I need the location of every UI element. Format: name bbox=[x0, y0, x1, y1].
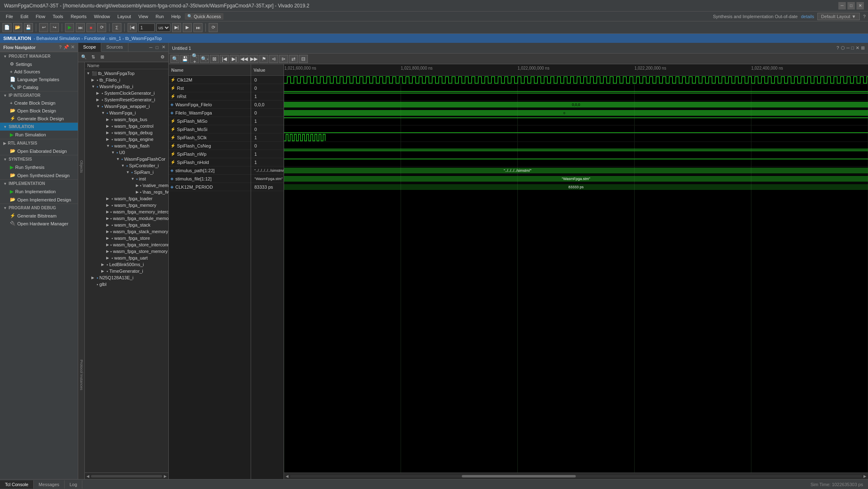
new-button[interactable]: 📄 bbox=[2, 23, 12, 32]
signal-row-clk12m-period[interactable]: ◈ CLK12M_PERIOD bbox=[169, 183, 251, 191]
maximize-button[interactable]: □ bbox=[847, 2, 855, 9]
tree-item-wasmfpga-i[interactable]: ▼ ▪ WasmFpga_i bbox=[85, 110, 168, 116]
nav-item-open-elaborated[interactable]: 📂 Open Elaborated Design bbox=[0, 147, 78, 155]
wave-next-cursor-btn[interactable]: ▶▶ bbox=[249, 55, 258, 63]
nav-section-ip-integrator[interactable]: ▼ IP INTEGRATOR bbox=[0, 91, 78, 99]
save-button[interactable]: 💾 bbox=[24, 23, 33, 32]
time-unit-select[interactable]: us ns ps bbox=[156, 23, 170, 32]
wave-search-btn[interactable]: 🔍 bbox=[170, 55, 179, 63]
step-button[interactable]: ⏭ bbox=[76, 23, 85, 32]
wave-expand-icon[interactable]: ⊞ bbox=[861, 45, 865, 51]
next-marker-button[interactable]: ▶ bbox=[183, 23, 192, 32]
sigma-button[interactable]: Σ bbox=[112, 23, 121, 32]
tree-item-bus[interactable]: ▶ ▪ wasm_fpga_bus bbox=[85, 116, 168, 123]
menu-layout[interactable]: Layout bbox=[114, 13, 134, 20]
help-icon[interactable]: ? bbox=[863, 14, 866, 19]
signal-row-fileio-wasmfpga[interactable]: ◈ FileIo_WasmFpga bbox=[169, 109, 251, 117]
tree-item-u0[interactable]: ▼ ▪ U0 bbox=[85, 149, 168, 156]
wave-help-icon[interactable]: ? bbox=[836, 45, 839, 51]
tree-item-spicontroller[interactable]: ▼ ▪ SpiController_i bbox=[85, 162, 168, 169]
tree-item-tb-filelo[interactable]: ▶ ▪ tb_FileIo_i bbox=[85, 77, 168, 83]
menu-tools[interactable]: Tools bbox=[49, 13, 67, 20]
time-input[interactable] bbox=[138, 23, 155, 32]
tree-item-memory[interactable]: ▶ ▪ wasm_fpga_memory bbox=[85, 202, 168, 208]
prev-marker-button[interactable]: |◀ bbox=[128, 23, 137, 32]
wave-scroll-thumb[interactable] bbox=[462, 475, 576, 477]
wave-zoom-out-btn[interactable]: 🔍- bbox=[200, 55, 209, 63]
settings-tool-btn[interactable]: ⚙ bbox=[158, 53, 167, 61]
redo-button[interactable]: ↪ bbox=[50, 23, 59, 32]
tree-item-timegenerator[interactable]: ▶ ▪ TimeGenerator_i bbox=[85, 268, 168, 274]
tree-item-memory-interco[interactable]: ▶ ▪ wasm_fpga_memory_interco bbox=[85, 208, 168, 215]
tab-sources[interactable]: Sources bbox=[101, 43, 128, 51]
wave-close-icon[interactable]: ✕ bbox=[856, 45, 859, 51]
nav-item-add-sources[interactable]: + Add Sources bbox=[0, 68, 78, 75]
tree-item-module-memory[interactable]: ▶ ▪ wasm_fpga_module_memory bbox=[85, 215, 168, 222]
nav-item-generate-block-design[interactable]: ⚡ Generate Block Design bbox=[0, 115, 78, 122]
refresh-button[interactable]: ⟳ bbox=[209, 23, 218, 32]
menu-edit[interactable]: Edit bbox=[17, 13, 32, 20]
nav-section-project-manager[interactable]: ▼ PROJECT MANAGER bbox=[0, 52, 78, 60]
wave-max-icon[interactable]: □ bbox=[851, 45, 854, 51]
scroll-right-icon[interactable]: ▶ bbox=[164, 474, 167, 478]
wave-next-edge-btn[interactable]: ▶| bbox=[230, 55, 239, 63]
nav-item-open-hw-manager[interactable]: 🔌 Open Hardware Manager bbox=[0, 220, 78, 227]
tree-item-store-memory[interactable]: ▶ ▪ wasm_fpga_store_memory bbox=[85, 248, 168, 255]
nav-item-run-simulation[interactable]: ▶ Run Simulation bbox=[0, 131, 78, 139]
signal-row-spisclk[interactable]: ⚡ SpiFlash_SClk bbox=[169, 133, 251, 142]
tree-item-loader[interactable]: ▶ ▪ wasm_fpga_loader bbox=[85, 195, 168, 202]
nav-item-open-synthesized[interactable]: 📂 Open Synthesized Design bbox=[0, 171, 78, 179]
nav-item-open-implemented[interactable]: 📂 Open Implemented Design bbox=[0, 196, 78, 204]
tab-messages[interactable]: Messages bbox=[34, 480, 65, 489]
menu-run[interactable]: Run bbox=[152, 13, 167, 20]
tree-item-debug[interactable]: ▶ ▪ wasm_fpga_debug bbox=[85, 129, 168, 136]
close-button[interactable]: ✕ bbox=[856, 2, 864, 9]
wave-scroll-right-icon[interactable]: ▶ bbox=[863, 474, 866, 478]
nav-item-open-block-design[interactable]: 📂 Open Block Design bbox=[0, 107, 78, 115]
panel-close-btn[interactable]: ✕ bbox=[161, 44, 167, 51]
tree-item-uart[interactable]: ▶ ▪ wasm_fpga_uart bbox=[85, 255, 168, 261]
tree-item-store-interconn[interactable]: ▶ ▪ wasm_fpga_store_interconn bbox=[85, 241, 168, 248]
nav-section-synthesis[interactable]: ▼ SYNTHESIS bbox=[0, 155, 78, 163]
undo-button[interactable]: ↩ bbox=[39, 23, 48, 32]
tree-item-stack[interactable]: ▶ ▪ wasm_fpga_stack bbox=[85, 222, 168, 228]
wave-prev-cursor-btn[interactable]: ◀◀ bbox=[240, 55, 249, 63]
open-button[interactable]: 📂 bbox=[13, 23, 22, 32]
tree-item-stack-memory[interactable]: ▶ ▪ wasm_fpga_stack_memory bbox=[85, 228, 168, 235]
signal-row-stimulus-path[interactable]: ◈ stimulus_path[1:22] bbox=[169, 166, 251, 175]
wave-prev-edge-btn[interactable]: |◀ bbox=[220, 55, 229, 63]
nav-item-settings[interactable]: ⚙ Settings bbox=[0, 60, 78, 68]
tree-item-native-mem[interactable]: ▶ ▪ \native_mem bbox=[85, 182, 168, 189]
signal-row-spimosi[interactable]: ⚡ SpiFlash_MoSi bbox=[169, 125, 251, 133]
signal-row-rst[interactable]: ⚡ Rst bbox=[169, 84, 251, 92]
tree-item-inst[interactable]: ▼ ▪ inst bbox=[85, 175, 168, 182]
run-for-button[interactable]: ▶| bbox=[172, 23, 181, 32]
panel-minimize-btn[interactable]: ─ bbox=[148, 44, 154, 51]
tree-item-systemreset[interactable]: ▶ ▪ SystemResetGenerator_i bbox=[85, 96, 168, 103]
tree-item-systemclock[interactable]: ▶ ▪ SystemClockGenerator_i bbox=[85, 90, 168, 96]
nav-item-language-templates[interactable]: 📄 Language Templates bbox=[0, 75, 78, 83]
signal-row-spimiso[interactable]: ⚡ SpiFlash_MiSo bbox=[169, 117, 251, 125]
tree-item-n25q128[interactable]: ▶ ▪ N25Q128A13E_i bbox=[85, 274, 168, 281]
wave-hscrollbar[interactable]: ◀ ▶ bbox=[284, 473, 868, 479]
wave-float-icon[interactable]: ⬡ bbox=[841, 45, 845, 51]
tree-item-flash[interactable]: ▼ ▪ wasm_fpga_flash bbox=[85, 143, 168, 149]
expand-tool-btn[interactable]: ⊞ bbox=[98, 53, 106, 61]
wave-scroll-left-icon[interactable]: ◀ bbox=[286, 474, 289, 478]
wave-scroll-track[interactable] bbox=[290, 475, 862, 477]
tree-item-wasmfpgaflashcor[interactable]: ▼ ▪ WasmFpgaFlashCor bbox=[85, 156, 168, 162]
nav-item-run-synthesis[interactable]: ▶ Run Synthesis bbox=[0, 163, 78, 171]
nav-section-implementation[interactable]: ▼ IMPLEMENTATION bbox=[0, 179, 78, 187]
scroll-thumb[interactable] bbox=[91, 475, 162, 477]
tree-item-engine[interactable]: ▶ ▪ wasm_fpga_engine bbox=[85, 136, 168, 143]
wave-marker-btn[interactable]: ⚑ bbox=[259, 55, 268, 63]
menu-reports[interactable]: Reports bbox=[67, 13, 90, 20]
flow-nav-pin-icon[interactable]: 📌 bbox=[63, 44, 69, 50]
flow-nav-close-icon[interactable]: ✕ bbox=[71, 44, 74, 50]
tree-item-ledblink[interactable]: ▶ ▪ LedBlink500ms_i bbox=[85, 261, 168, 268]
signal-row-spinwp[interactable]: ⚡ SpiFlash_nWp bbox=[169, 150, 251, 158]
tab-tcl-console[interactable]: Tcl Console bbox=[0, 480, 34, 489]
scope-scrollbar[interactable]: ◀ ▶ bbox=[85, 473, 168, 479]
menu-window[interactable]: Window bbox=[91, 13, 113, 20]
run-button[interactable]: ▶ bbox=[65, 23, 74, 32]
